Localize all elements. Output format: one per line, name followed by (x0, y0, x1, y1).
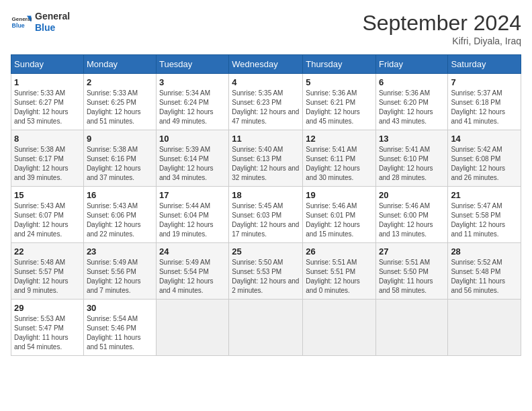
day-number: 2 (87, 77, 153, 87)
day-detail: Sunrise: 5:34 AM Sunset: 6:24 PM Dayligh… (159, 89, 226, 126)
calendar-cell: 21 Sunrise: 5:47 AM Sunset: 5:58 PM Dayl… (448, 187, 521, 243)
day-detail: Sunrise: 5:36 AM Sunset: 6:21 PM Dayligh… (306, 89, 373, 126)
calendar-cell: 20 Sunrise: 5:46 AM Sunset: 6:00 PM Dayl… (375, 187, 447, 243)
day-number: 11 (232, 134, 300, 144)
calendar-cell (448, 300, 521, 356)
day-detail: Sunrise: 5:41 AM Sunset: 6:10 PM Dayligh… (379, 145, 445, 183)
day-detail: Sunrise: 5:46 AM Sunset: 6:01 PM Dayligh… (306, 201, 373, 239)
calendar-cell: 4 Sunrise: 5:35 AM Sunset: 6:23 PM Dayli… (229, 74, 303, 130)
calendar-cell: 3 Sunrise: 5:34 AM Sunset: 6:24 PM Dayli… (156, 74, 228, 130)
month-title: September 2024 (362, 11, 521, 36)
calendar-cell (375, 300, 447, 356)
weekday-header: Tuesday (156, 55, 228, 74)
logo-blue: Blue (35, 22, 70, 34)
logo: General Blue General Blue (11, 11, 70, 34)
calendar-cell: 8 Sunrise: 5:38 AM Sunset: 6:17 PM Dayli… (11, 130, 84, 187)
calendar-cell: 26 Sunrise: 5:51 AM Sunset: 5:51 PM Dayl… (303, 243, 376, 300)
day-number: 25 (232, 246, 300, 257)
calendar-cell: 17 Sunrise: 5:44 AM Sunset: 6:04 PM Dayl… (156, 187, 228, 243)
calendar-row: 29 Sunrise: 5:53 AM Sunset: 5:47 PM Dayl… (11, 300, 521, 356)
day-number: 7 (451, 77, 518, 87)
calendar-cell: 15 Sunrise: 5:43 AM Sunset: 6:07 PM Dayl… (11, 187, 84, 243)
day-number: 15 (14, 190, 81, 200)
calendar-cell: 24 Sunrise: 5:49 AM Sunset: 5:54 PM Dayl… (156, 243, 228, 300)
calendar-cell: 13 Sunrise: 5:41 AM Sunset: 6:10 PM Dayl… (375, 130, 447, 187)
calendar-cell: 28 Sunrise: 5:52 AM Sunset: 5:48 PM Dayl… (448, 243, 521, 300)
day-detail: Sunrise: 5:49 AM Sunset: 5:56 PM Dayligh… (87, 258, 153, 295)
day-detail: Sunrise: 5:43 AM Sunset: 6:07 PM Dayligh… (14, 201, 81, 239)
day-detail: Sunrise: 5:49 AM Sunset: 5:54 PM Dayligh… (159, 258, 226, 295)
calendar-cell: 1 Sunrise: 5:33 AM Sunset: 6:27 PM Dayli… (11, 74, 84, 130)
day-number: 6 (379, 77, 445, 87)
calendar-cell: 12 Sunrise: 5:41 AM Sunset: 6:11 PM Dayl… (303, 130, 376, 187)
day-number: 27 (379, 246, 445, 257)
calendar-cell: 29 Sunrise: 5:53 AM Sunset: 5:47 PM Dayl… (11, 300, 84, 356)
day-number: 13 (379, 134, 445, 144)
day-detail: Sunrise: 5:41 AM Sunset: 6:11 PM Dayligh… (306, 145, 373, 183)
day-detail: Sunrise: 5:45 AM Sunset: 6:03 PM Dayligh… (232, 201, 300, 239)
day-number: 8 (14, 134, 81, 144)
day-number: 16 (87, 190, 153, 200)
day-number: 3 (159, 77, 226, 87)
day-number: 4 (232, 77, 300, 87)
day-detail: Sunrise: 5:47 AM Sunset: 5:58 PM Dayligh… (451, 201, 518, 239)
calendar-row: 22 Sunrise: 5:48 AM Sunset: 5:57 PM Dayl… (11, 243, 521, 300)
calendar-cell: 18 Sunrise: 5:45 AM Sunset: 6:03 PM Dayl… (229, 187, 303, 243)
location: Kifri, Diyala, Iraq (362, 36, 521, 46)
day-detail: Sunrise: 5:33 AM Sunset: 6:27 PM Dayligh… (14, 89, 81, 126)
calendar-cell: 9 Sunrise: 5:38 AM Sunset: 6:16 PM Dayli… (83, 130, 156, 187)
day-detail: Sunrise: 5:38 AM Sunset: 6:16 PM Dayligh… (87, 145, 153, 183)
day-detail: Sunrise: 5:50 AM Sunset: 5:53 PM Dayligh… (232, 258, 300, 295)
calendar-cell: 16 Sunrise: 5:43 AM Sunset: 6:06 PM Dayl… (83, 187, 156, 243)
day-detail: Sunrise: 5:54 AM Sunset: 5:46 PM Dayligh… (87, 314, 153, 352)
calendar-cell: 5 Sunrise: 5:36 AM Sunset: 6:21 PM Dayli… (303, 74, 376, 130)
calendar-cell: 11 Sunrise: 5:40 AM Sunset: 6:13 PM Dayl… (229, 130, 303, 187)
day-detail: Sunrise: 5:43 AM Sunset: 6:06 PM Dayligh… (87, 201, 153, 239)
calendar-cell: 19 Sunrise: 5:46 AM Sunset: 6:01 PM Dayl… (303, 187, 376, 243)
day-detail: Sunrise: 5:51 AM Sunset: 5:50 PM Dayligh… (379, 258, 445, 295)
day-number: 23 (87, 246, 153, 257)
calendar-cell: 22 Sunrise: 5:48 AM Sunset: 5:57 PM Dayl… (11, 243, 84, 300)
day-number: 22 (14, 246, 81, 257)
weekday-header: Friday (375, 55, 447, 74)
calendar-cell: 6 Sunrise: 5:36 AM Sunset: 6:20 PM Dayli… (375, 74, 447, 130)
day-number: 18 (232, 190, 300, 200)
day-detail: Sunrise: 5:42 AM Sunset: 6:08 PM Dayligh… (451, 145, 518, 183)
logo-icon: General Blue (11, 11, 32, 33)
day-detail: Sunrise: 5:37 AM Sunset: 6:18 PM Dayligh… (451, 89, 518, 126)
svg-text:Blue: Blue (12, 22, 25, 29)
weekday-header: Wednesday (229, 55, 303, 74)
weekday-header: Thursday (303, 55, 376, 74)
calendar-cell (229, 300, 303, 356)
calendar-cell: 23 Sunrise: 5:49 AM Sunset: 5:56 PM Dayl… (83, 243, 156, 300)
day-number: 9 (87, 134, 153, 144)
day-number: 5 (306, 77, 373, 87)
day-detail: Sunrise: 5:51 AM Sunset: 5:51 PM Dayligh… (306, 258, 373, 295)
day-number: 24 (159, 246, 226, 257)
page-header: General Blue General Blue September 2024… (11, 11, 521, 46)
calendar-row: 1 Sunrise: 5:33 AM Sunset: 6:27 PM Dayli… (11, 74, 521, 130)
day-detail: Sunrise: 5:52 AM Sunset: 5:48 PM Dayligh… (451, 258, 518, 295)
calendar-cell: 27 Sunrise: 5:51 AM Sunset: 5:50 PM Dayl… (375, 243, 447, 300)
day-number: 14 (451, 134, 518, 144)
day-number: 10 (159, 134, 226, 144)
day-detail: Sunrise: 5:40 AM Sunset: 6:13 PM Dayligh… (232, 145, 300, 183)
day-detail: Sunrise: 5:39 AM Sunset: 6:14 PM Dayligh… (159, 145, 226, 183)
calendar-cell (156, 300, 228, 356)
day-detail: Sunrise: 5:44 AM Sunset: 6:04 PM Dayligh… (159, 201, 226, 239)
day-detail: Sunrise: 5:46 AM Sunset: 6:00 PM Dayligh… (379, 201, 445, 239)
day-number: 17 (159, 190, 226, 200)
weekday-header: Sunday (11, 55, 84, 74)
calendar-cell (303, 300, 376, 356)
day-number: 1 (14, 77, 81, 87)
calendar-cell: 14 Sunrise: 5:42 AM Sunset: 6:08 PM Dayl… (448, 130, 521, 187)
day-detail: Sunrise: 5:33 AM Sunset: 6:25 PM Dayligh… (87, 89, 153, 126)
calendar-row: 8 Sunrise: 5:38 AM Sunset: 6:17 PM Dayli… (11, 130, 521, 187)
logo-general: General (35, 11, 70, 22)
calendar-row: 15 Sunrise: 5:43 AM Sunset: 6:07 PM Dayl… (11, 187, 521, 243)
day-number: 12 (306, 134, 373, 144)
title-block: September 2024 Kifri, Diyala, Iraq (362, 11, 521, 46)
calendar-cell: 10 Sunrise: 5:39 AM Sunset: 6:14 PM Dayl… (156, 130, 228, 187)
day-detail: Sunrise: 5:48 AM Sunset: 5:57 PM Dayligh… (14, 258, 81, 295)
day-number: 21 (451, 190, 518, 200)
